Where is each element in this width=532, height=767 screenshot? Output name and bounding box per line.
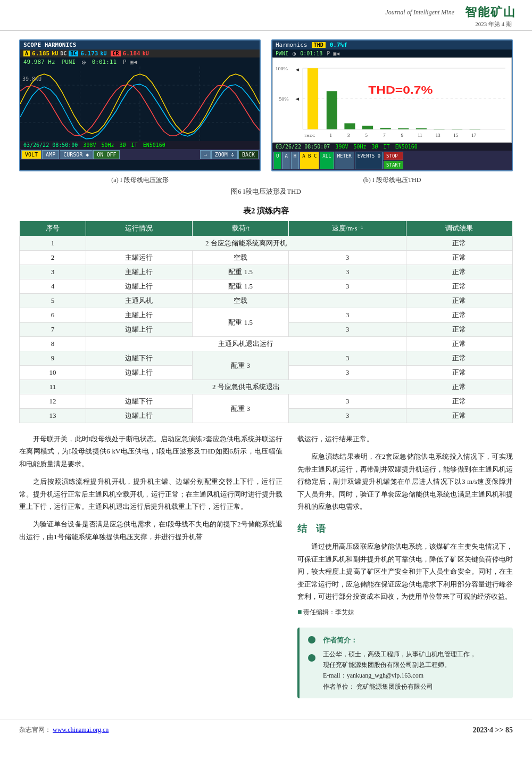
td-situation: 主罐上行 [86,265,192,279]
table-row: 1 2 台应急储能系统离网开机 正常 [20,236,513,251]
td-situation: 主通风机退出运行 [86,337,406,351]
scope-left-buttons[interactable]: VOLT AMP CURSOR ◆ ON OFF → ZOOM ≑ [20,149,260,160]
scope-right-panel: Harmonics THD 0.7%f PWNI ◎ 0:01:18 P ▣◀ [271,39,513,171]
ch-r-label: CR [111,51,120,56]
btn-harm-events[interactable]: EVENTS 0 [355,152,383,169]
scope-freq: 49.987 Hz [23,59,55,65]
footer-website[interactable]: www.chinamai.org.cn [53,726,109,733]
td-load: 配重 1.5 [193,279,289,294]
harm-chart: 100% 50% ◄ ◄ THD=0.7% [272,57,512,143]
td-speed: 3 [289,323,406,337]
btn-amp[interactable]: AMP [42,150,59,159]
col-right: 载运行，运行结果正常。 应急演练结果表明，在2套应急储能供电系统投入情况下，可实… [297,433,513,698]
responsibility-line: ■ 责任编辑：李艾妹 [297,608,513,617]
left-para-3: 为验证单台设备是否满足应急供电需求，在I段母线不失电的前提下2号储能系统退出运行… [19,518,282,543]
td-result: 正常 [406,394,512,409]
table-header-row: 序号 运行情况 载荷/t 速度/m·s⁻¹ 调试结果 [20,221,513,236]
author-detail1: 现任兖矿能源集团股份有限公司副总工程师。 [323,659,476,670]
td-situation: 边罐上行 [86,366,192,380]
td-load: 配重 1.5 [193,265,289,279]
td-speed: 3 [289,308,406,323]
scope-icons: P ▣◀ [123,59,137,65]
btn-volt[interactable]: VOLT [21,150,41,159]
footer-left: 杂志官网： www.chinamai.org.cn [19,725,109,735]
btn-cursor[interactable]: CURSOR ◆ [60,150,93,159]
scope-waveform: 39.8kU [20,67,260,141]
btn-harm-all[interactable]: ALL [320,152,334,169]
th-situation: 运行情况 [86,221,192,236]
svg-text:13: 13 [436,134,440,138]
th-speed: 速度/m·s⁻¹ [289,221,406,236]
scope-left-channels: A 6.185 kU DC BC 6.173 kU CR 6.184 kU [20,50,260,57]
td-result: 正常 [406,251,512,265]
td-situation: 主罐上行 [86,308,192,323]
fig-cap-right: (b) I 段母线电压THD [271,176,513,185]
svg-text:50%: 50% [279,97,289,102]
harm-title: Harmonics [276,42,307,48]
col-left: 开母联开关，此时I段母线处于断电状态。启动应急演练2套应急供电系统并联运行在离网… [19,433,282,698]
btn-on-off[interactable]: ON OFF [93,150,120,159]
td-result: 正常 [406,265,512,279]
harm-date: 03/26/22 08:50:07 [276,144,330,150]
td-result: 正常 [406,294,512,308]
harm-voltage: 398V [335,144,348,150]
scope-date: 03/26/22 08:50:00 [23,142,78,148]
harm-pwni: PWNI [276,51,288,56]
th-load: 载荷/t [193,221,289,236]
author-affiliation: 作者单位： 兖矿能源集团股份有限公司 [323,681,476,692]
scope-voltage: 398V [83,142,96,148]
scope-row: SCOPE HARMONICS A 6.185 kU DC BC 6.173 k… [19,39,513,171]
btn-harm-start[interactable]: START [384,161,403,169]
two-col-section: 开母联开关，此时I段母线处于断电状态。启动应急演练2套应急供电系统并联运行在离网… [19,433,513,698]
ch-a-label: A [23,51,30,56]
harm-thd-val: 0.7%f [330,42,347,48]
svg-rect-17 [327,91,337,129]
btn-harm-u[interactable]: U [273,152,281,169]
table-title: 表2 演练内容 [19,206,513,216]
harm-std: IT [384,144,390,150]
btn-harm-meter[interactable]: METER [335,152,354,169]
btn-harm-h[interactable]: H [291,152,299,169]
header-right: Journal of Intelligent Mine 智能矿山 2023 年第… [385,4,516,28]
fig-main-caption: 图6 I段电压波形及THD [19,187,513,196]
btn-harm-a[interactable]: A [282,152,290,169]
harm-button-bar[interactable]: U A H A B C ALL METER EVENTS 0 STOP STAR… [272,151,512,170]
td-num: 10 [20,366,86,380]
td-situation: 2 号应急供电系统退出 [86,380,406,394]
btn-harm-stop[interactable]: STOP [384,152,403,160]
svg-text:THD=0.7%: THD=0.7% [368,84,433,96]
table-row: 9 边罐下行 配重 3 3 正常 [20,351,513,366]
scope-puni: PUNI [62,59,76,65]
left-para-1: 开母联开关，此时I段母线处于断电状态。启动应急演练2套应急供电系统并联运行在离网… [19,433,282,470]
btn-back[interactable]: BACK [238,150,259,159]
author-dot-2 [308,654,315,662]
td-result: 正常 [406,351,512,366]
svg-rect-18 [344,123,355,129]
td-num: 7 [20,323,86,337]
harm-header: Harmonics THD 0.7%f [272,40,512,50]
right-para-2: 应急演练结果表明，在2套应急储能供电系统投入情况下，可实现先带主通风机运行，再带… [297,450,513,513]
td-situation: 边罐上行 [86,279,192,294]
page-footer: 杂志官网： www.chinamai.org.cn 2023·4 >> 85 [0,720,532,738]
btn-zoom[interactable]: ZOOM ≑ [211,150,238,159]
td-num: 6 [20,308,86,323]
td-num: 11 [20,380,86,394]
right-para-1: 载运行，运行结果正常。 [297,433,513,445]
left-para-2: 之后按照演练流程提升机开机，提升机主罐、边罐分别配重交替上下行，运行正常。提升机… [19,475,282,513]
affiliation-label: 作者单位： [323,683,355,690]
svg-text:◄: ◄ [294,96,300,102]
ch-r-unit: kU [143,51,149,56]
td-num: 2 [20,251,86,265]
td-load: 配重 1.5 [193,308,289,337]
svg-text:1: 1 [329,134,331,138]
btn-harm-abc[interactable]: A B C [300,152,319,169]
td-result: 正常 [406,366,512,380]
ch-b-label: BC [69,51,78,56]
scope-waveform-svg [20,67,260,141]
conclusion-text: 通过使用高压级联应急储能供电系统，该煤矿在主变失电情况下，可保证主通风机和副井提… [297,540,513,603]
td-speed: 3 [289,409,406,423]
btn-arrow[interactable]: → [200,150,211,159]
harm-hz: 50Hz [353,144,366,150]
td-speed: 3 [289,279,406,294]
table-row: 2 主罐运行 空载 3 正常 [20,251,513,265]
